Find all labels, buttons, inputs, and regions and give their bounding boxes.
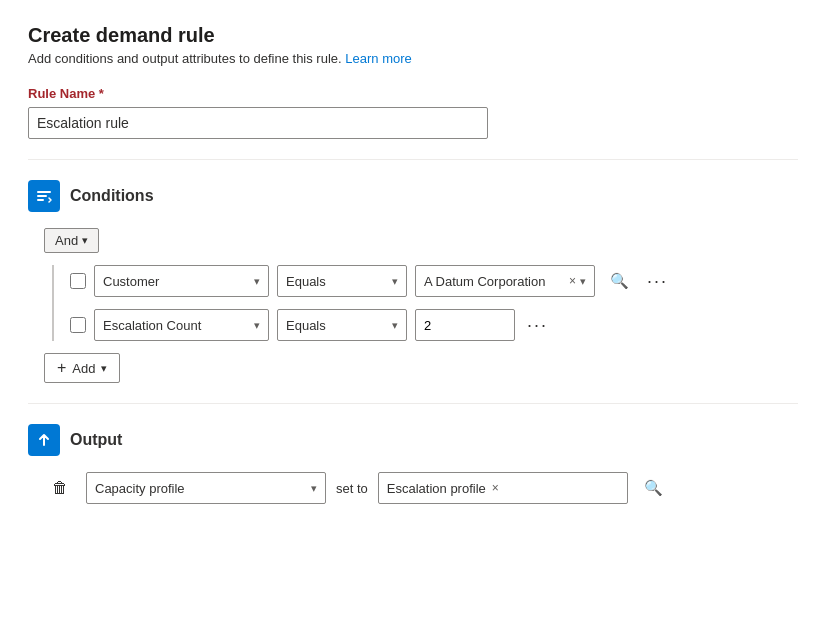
output-section: Output 🗑 Capacity profile ▾ set to Escal…: [28, 424, 798, 504]
conditions-section-header: Conditions: [28, 180, 798, 212]
output-icon: [28, 424, 60, 456]
output-title: Output: [70, 431, 122, 449]
condition-checkbox-1[interactable]: [70, 273, 86, 289]
field-dropdown-1[interactable]: Customer ▾: [94, 265, 269, 297]
conditions-body: And ▾ Customer ▾ Equals ▾ A Datum Corpor…: [44, 228, 798, 383]
trash-icon: 🗑: [52, 479, 68, 497]
chevron-down-icon: ▾: [392, 275, 398, 288]
more-button-1[interactable]: ···: [643, 265, 672, 297]
value-tag-text-1: A Datum Corporation: [424, 274, 565, 289]
output-row: 🗑 Capacity profile ▾ set to Escalation p…: [44, 472, 798, 504]
field-label-1: Customer: [103, 274, 159, 289]
condition-checkbox-2[interactable]: [70, 317, 86, 333]
plus-icon: +: [57, 359, 66, 377]
chevron-down-icon: ▾: [580, 275, 586, 288]
chevron-down-icon: ▾: [254, 275, 260, 288]
value-input-2[interactable]: [415, 309, 515, 341]
chevron-down-icon: ▾: [311, 482, 317, 495]
page-container: Create demand rule Add conditions and ou…: [0, 0, 826, 644]
operator-label-2: Equals: [286, 318, 326, 333]
output-tag-text: Escalation profile: [387, 481, 486, 496]
conditions-title: Conditions: [70, 187, 154, 205]
search-icon: 🔍: [610, 272, 629, 290]
table-row: Escalation Count ▾ Equals ▾ ···: [70, 309, 798, 341]
conditions-icon: [28, 180, 60, 212]
add-condition-button[interactable]: + Add ▾: [44, 353, 120, 383]
output-field-dropdown[interactable]: Capacity profile ▾: [86, 472, 326, 504]
field-label-2: Escalation Count: [103, 318, 201, 333]
value-tag-close-1[interactable]: ×: [569, 274, 576, 288]
operator-dropdown-1[interactable]: Equals ▾: [277, 265, 407, 297]
rule-name-input[interactable]: [28, 107, 488, 139]
page-title: Create demand rule: [28, 24, 798, 47]
output-section-header: Output: [28, 424, 798, 456]
more-button-2[interactable]: ···: [523, 309, 552, 341]
value-tag-1: A Datum Corporation × ▾: [415, 265, 595, 297]
set-to-label: set to: [336, 481, 368, 496]
search-button-1[interactable]: 🔍: [603, 265, 635, 297]
and-chevron-icon: ▾: [82, 234, 88, 247]
search-icon: 🔍: [644, 479, 663, 497]
output-field-label: Capacity profile: [95, 481, 185, 496]
divider-1: [28, 159, 798, 160]
field-dropdown-2[interactable]: Escalation Count ▾: [94, 309, 269, 341]
table-row: Customer ▾ Equals ▾ A Datum Corporation …: [70, 265, 798, 297]
add-chevron-icon: ▾: [101, 362, 107, 375]
delete-output-button[interactable]: 🗑: [44, 472, 76, 504]
output-value-tag: Escalation profile ×: [387, 481, 499, 496]
conditions-list: Customer ▾ Equals ▾ A Datum Corporation …: [52, 265, 798, 341]
operator-label-1: Equals: [286, 274, 326, 289]
required-marker: *: [99, 86, 104, 101]
and-button[interactable]: And ▾: [44, 228, 99, 253]
output-search-button[interactable]: 🔍: [638, 472, 670, 504]
divider-2: [28, 403, 798, 404]
page-subtitle: Add conditions and output attributes to …: [28, 51, 798, 66]
learn-more-link[interactable]: Learn more: [345, 51, 411, 66]
chevron-down-icon: ▾: [254, 319, 260, 332]
subtitle-text: Add conditions and output attributes to …: [28, 51, 342, 66]
output-value-box: Escalation profile ×: [378, 472, 628, 504]
rule-name-label: Rule Name *: [28, 86, 798, 101]
operator-dropdown-2[interactable]: Equals ▾: [277, 309, 407, 341]
chevron-down-icon: ▾: [392, 319, 398, 332]
rule-name-section: Rule Name *: [28, 86, 798, 139]
output-tag-close[interactable]: ×: [492, 481, 499, 495]
